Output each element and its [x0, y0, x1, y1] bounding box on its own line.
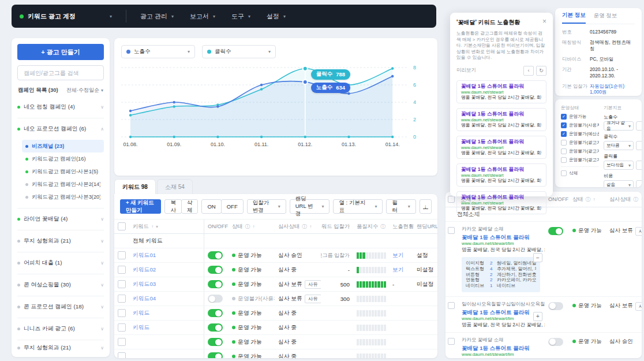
- column-status[interactable]: 상태ⓘ↑: [229, 223, 275, 230]
- onoff-toggle[interactable]: [208, 338, 223, 346]
- tab-creatives[interactable]: 소재 54: [157, 179, 193, 194]
- metric-operator-select[interactable]: 보다작음▾: [604, 161, 634, 170]
- keyword-name-link[interactable]: 키워드04: [133, 295, 156, 303]
- expand-button[interactable]: +: [533, 312, 542, 321]
- column-review-status[interactable]: 심사상태ⓘ↑: [275, 223, 321, 230]
- delete-button[interactable]: 삭제: [181, 199, 199, 214]
- sidebar-campaign-item[interactable]: 콘 프로모션 캠페인 (18)∨: [17, 296, 104, 318]
- keyword-name-link[interactable]: 키워드: [133, 310, 149, 317]
- sidebar-campaign-item[interactable]: 무지 성형외과 (21)∨: [17, 230, 104, 252]
- row-checkbox[interactable]: [118, 309, 126, 317]
- menu-settings[interactable]: 설정 ▾: [267, 12, 286, 21]
- on-button[interactable]: ON: [201, 199, 221, 214]
- keyword-name-link[interactable]: 키워드02: [133, 266, 156, 274]
- refresh-button[interactable]: ↻: [536, 66, 546, 76]
- chevron-down-icon[interactable]: ∨: [100, 326, 104, 332]
- metric-select-clicks[interactable]: 클릭수 ▾: [202, 45, 276, 58]
- metric-value-input[interactable]: [636, 121, 642, 131]
- reason-button[interactable]: 사유: [635, 227, 642, 236]
- ad-title-link[interactable]: 꽃배달 1등 스튜어트 플라워: [461, 166, 542, 173]
- impression-link[interactable]: 보기: [392, 266, 404, 274]
- sidebar-campaign-item[interactable]: 라이언 꽃배달 (4)∨: [17, 208, 104, 230]
- menu-ad-management[interactable]: 광고 관리 ▾: [140, 12, 174, 21]
- ad-title-link[interactable]: 꽃배달 1등 스튜어트 플라워: [461, 139, 542, 145]
- checked-checkbox[interactable]: ✓: [561, 131, 567, 137]
- onoff-toggle[interactable]: [208, 309, 223, 317]
- columns-select[interactable]: 열 : 기본지표 ▾: [333, 199, 383, 214]
- unchecked-checkbox[interactable]: [561, 140, 567, 146]
- sidebar-campaign-item[interactable]: 캠페인 이름 (4)∨: [17, 355, 104, 357]
- column-bid[interactable]: 키워드 입찰가: [321, 223, 353, 230]
- reason-button[interactable]: 사유: [305, 295, 321, 303]
- menu-tools[interactable]: 도구 ▾: [231, 12, 250, 21]
- ad-preview-card[interactable]: 꽃배달 1등 스튜어트 플라워www.daum.net/stewart명품 꽃배…: [456, 163, 546, 187]
- chevron-down-icon[interactable]: ∨: [100, 345, 104, 351]
- chevron-down-icon[interactable]: ∨: [100, 239, 104, 244]
- impression-link[interactable]: 보기: [392, 252, 404, 259]
- reason-button[interactable]: 사유: [635, 302, 642, 311]
- onoff-toggle[interactable]: [208, 251, 223, 259]
- ad-preview-card[interactable]: 꽃배달 1등 스튜어트 플라워www.daum.net/stewart명품 꽃배…: [456, 80, 546, 103]
- row-checkbox[interactable]: [448, 338, 455, 345]
- onoff-toggle[interactable]: [548, 227, 563, 235]
- sort-asc-icon[interactable]: ↑: [151, 224, 153, 229]
- keyword-name-link[interactable]: 키워드: [133, 324, 149, 332]
- sidebar-campaign-child[interactable]: 키워드광고 캠페인(16): [22, 152, 104, 165]
- metric-value-input[interactable]: [636, 141, 642, 150]
- sidebar-campaign-item[interactable]: 네오 런칭 캠페인 (4)∨: [17, 96, 104, 118]
- row-checkbox[interactable]: [448, 227, 455, 234]
- chevron-down-icon[interactable]: ∨: [100, 260, 104, 266]
- metric-value-input[interactable]: [636, 161, 642, 170]
- checked-checkbox[interactable]: ✓: [561, 114, 567, 120]
- account-selector[interactable]: 키워드 광고 계정 ▾: [12, 12, 120, 21]
- copy-button[interactable]: 복사: [164, 199, 182, 214]
- row-checkbox[interactable]: [118, 295, 126, 303]
- menu-report[interactable]: 보고서 ▾: [190, 12, 215, 21]
- sort-asc-icon[interactable]: ↑: [593, 197, 596, 202]
- sidebar-campaign-item[interactable]: 네오 프로모션 캠페인 (6)∧: [17, 118, 104, 140]
- sidebar-campaign-child[interactable]: 키워드광고 캠페인-사본2(14): [22, 178, 104, 191]
- select-all-checkbox[interactable]: [448, 196, 455, 203]
- chevron-down-icon[interactable]: ∨: [100, 304, 104, 310]
- sort-asc-icon[interactable]: ↑: [309, 224, 312, 229]
- sidebar-campaign-item[interactable]: 무지 성형외과 (21)∨: [17, 340, 104, 355]
- column-quality-index[interactable]: 품질지수ⓘ: [353, 223, 389, 230]
- tab-keywords[interactable]: 키워드 98: [114, 179, 156, 194]
- column-onoff[interactable]: ON/OFF↑: [545, 196, 569, 202]
- sort-asc-icon[interactable]: ↑: [253, 224, 255, 229]
- chevron-down-icon[interactable]: ∨: [100, 105, 104, 110]
- onoff-toggle[interactable]: [208, 280, 223, 288]
- column-status[interactable]: 상태ⓘ↑: [569, 196, 606, 203]
- sidebar-campaign-item[interactable]: 어피치 대출 (1)∨: [17, 252, 104, 274]
- column-review-status[interactable]: 심사상태ⓘ↑: [606, 196, 642, 203]
- row-checkbox[interactable]: [118, 352, 126, 358]
- sort-asc-icon[interactable]: ↑: [641, 197, 642, 202]
- ad-preview-card[interactable]: 꽃배달 1등 스튜어트 플라워www.daum.net/stewart명품 꽃배…: [456, 108, 546, 131]
- sidebar-campaign-child[interactable]: 키워드광고 캠페인-사본1(5): [22, 165, 104, 178]
- column-keyword[interactable]: 키워드↑▾: [129, 219, 204, 233]
- collapse-button[interactable]: −: [533, 253, 542, 262]
- metric-operator-select[interactable]: 같음▾: [604, 180, 634, 187]
- row-checkbox[interactable]: [118, 338, 126, 346]
- ad-title-link[interactable]: 꽃배달 1등 스튜어트 플라워: [461, 111, 542, 117]
- ad-preview-card[interactable]: 꽃배달 1등 스튜어트 플라워www.daum.net/stewart명품 꽃배…: [456, 136, 546, 159]
- creative-title-link[interactable]: 꽃배달 1등 스튜어트 플라워: [462, 309, 540, 316]
- prev-page-button[interactable]: ‹: [523, 66, 534, 76]
- column-impression[interactable]: 노출현황ⓘ: [389, 223, 413, 230]
- keyword-name-link[interactable]: 키워드03: [133, 281, 156, 288]
- ad-preview-card[interactable]: 꽃배달 1등 스튜어트 플라워www.daum.net/stewart명품 꽃배…: [456, 191, 546, 214]
- bid-change-select[interactable]: 입찰가 변경 ▾: [247, 199, 286, 214]
- sidebar-campaign-item[interactable]: 니니즈 카페 광고 (6)∨: [17, 318, 104, 340]
- metric-value-input[interactable]: [636, 180, 642, 187]
- metric-operator-select[interactable]: 크거나 같음▾: [604, 121, 634, 131]
- landing-url-change-select[interactable]: 랜딩URL 변경 ▾: [290, 199, 330, 214]
- metric-operator-select[interactable]: 보다큼▾: [604, 141, 634, 150]
- row-checkbox[interactable]: [448, 302, 455, 309]
- off-button[interactable]: OFF: [221, 199, 244, 214]
- tab-basic-info[interactable]: 기본 정보: [562, 8, 586, 24]
- onoff-toggle[interactable]: [548, 338, 563, 346]
- new-keyword-button[interactable]: + 새 키워드 만들기: [120, 199, 161, 214]
- creative-title-link[interactable]: 꽃배달 1등 스튜어트 플라워: [462, 234, 540, 241]
- onoff-toggle[interactable]: [208, 352, 223, 358]
- unchecked-checkbox[interactable]: [561, 148, 567, 154]
